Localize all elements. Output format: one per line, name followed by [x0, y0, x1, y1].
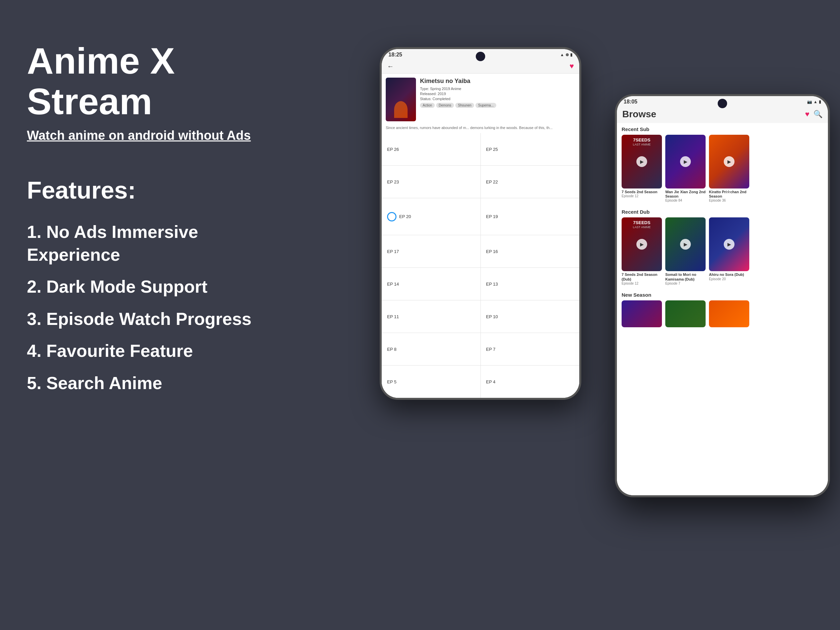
recent-dub-label: Recent Dub [617, 205, 828, 217]
detail-app-bar: ← ♥ [382, 59, 579, 74]
battery-icon: ▮ [570, 52, 573, 57]
dub-card-2-title: Somali to Mori no Kamisama (Dub) [665, 273, 706, 281]
ep-8[interactable]: EP 8 [382, 333, 480, 365]
dub-card-1[interactable]: 7SEEDS LAST ANIME ▶ 7 Seeds 2nd Season (… [622, 217, 662, 285]
ep-5[interactable]: EP 5 [382, 366, 480, 398]
recent-sub-label: Recent Sub [617, 123, 828, 135]
tag-row: Action Demons Shounen Superna... [420, 103, 575, 108]
phones-container: 18:25 ▲ ⊛ ▮ ← ♥ Kimetsu n [369, 27, 840, 615]
heart-icon[interactable]: ♥ [570, 62, 574, 71]
anime-released: Released: 2019 [420, 92, 575, 96]
recent-dub-row: 7SEEDS LAST ANIME ▶ 7 Seeds 2nd Season (… [617, 217, 828, 288]
dub-card-3[interactable]: ▶ Ahiru no Sora (Dub) Episode 20 [709, 217, 749, 285]
new-season-card-1[interactable] [622, 300, 662, 327]
recent-sub-row: 7SEEDS LAST ANIME ▶ 7 Seeds 2nd Season E… [617, 135, 828, 205]
new-season-row [617, 300, 828, 327]
ep-16[interactable]: EP 16 [481, 235, 579, 267]
sub-card-1-ep: Episode 12 [622, 194, 662, 198]
new-season-card-3[interactable] [709, 300, 749, 327]
play-btn-dub-3[interactable]: ▶ [724, 239, 734, 249]
new-season-card-2[interactable] [665, 300, 706, 327]
app-subtitle: Watch anime on android without Ads [27, 128, 269, 143]
play-btn-dub-1[interactable]: ▶ [636, 239, 647, 249]
dub-card-2-img: ▶ [665, 217, 706, 271]
anime-status: Status: Completed [420, 97, 575, 101]
sub-card-3-ep: Episode 36 [709, 199, 749, 202]
dub-card-1-img: 7SEEDS LAST ANIME ▶ [622, 217, 662, 271]
sub-card-1-img: 7SEEDS LAST ANIME ▶ [622, 135, 662, 188]
anime-poster [386, 77, 416, 121]
sub-card-1[interactable]: 7SEEDS LAST ANIME ▶ 7 Seeds 2nd Season E… [622, 135, 662, 202]
ep-26[interactable]: EP 26 [382, 133, 480, 165]
phone-back: 18:25 ▲ ⊛ ▮ ← ♥ Kimetsu n [380, 47, 581, 400]
features-heading: Features: [27, 177, 269, 204]
feature-item-4: 4. Favourite Feature [27, 340, 269, 363]
status-icons-front: 📷 ▲ ▮ [807, 99, 821, 104]
anime-header: Kimetsu no Yaiba Type: Spring 2019 Anime… [382, 74, 579, 125]
app-title: Anime X Stream [27, 40, 269, 122]
feature-item-3: 3. Episode Watch Progress [27, 308, 269, 331]
status-icons-back: ▲ ⊛ ▮ [560, 52, 573, 57]
phone-front-screen: 18:05 📷 ▲ ▮ Browse ♥ 🔍 Recent Sub [617, 96, 828, 495]
ep-4[interactable]: EP 4 [481, 366, 579, 398]
play-btn-dub-2[interactable]: ▶ [680, 239, 691, 249]
dub-card-3-img: ▶ [709, 217, 749, 271]
ep-25[interactable]: EP 25 [481, 133, 579, 165]
sub-card-2[interactable]: ▶ Wan Jie Xian Zong 2nd Season Episode 8… [665, 135, 706, 202]
signal-icon-front: ▲ [813, 99, 818, 104]
tag-shounen: Shounen [455, 103, 474, 108]
ep-7[interactable]: EP 7 [481, 333, 579, 365]
ep-19[interactable]: EP 19 [481, 198, 579, 235]
browse-content: Recent Sub 7SEEDS LAST ANIME ▶ 7 Seeds 2… [617, 123, 828, 495]
episode-grid: EP 26 EP 25 EP 23 EP 22 EP 20 EP 19 EP 1… [382, 133, 579, 398]
feature-item-2: 2. Dark Mode Support [27, 276, 269, 298]
browse-search-icon[interactable]: 🔍 [813, 110, 823, 118]
back-arrow-icon[interactable]: ← [387, 63, 394, 70]
wifi-icon: ⊛ [565, 52, 569, 57]
ep-10[interactable]: EP 10 [481, 300, 579, 333]
ep-11[interactable]: EP 11 [382, 300, 480, 333]
dub-card-2-ep: Episode 7 [665, 281, 706, 285]
play-btn-sub-1[interactable]: ▶ [636, 156, 647, 167]
battery-icon-front: ▮ [819, 99, 821, 104]
ep-23[interactable]: EP 23 [382, 166, 480, 198]
browse-heart-icon[interactable]: ♥ [805, 110, 809, 118]
dub-card-1-title: 7 Seeds 2nd Season (Dub) [622, 273, 662, 281]
status-time-front: 18:05 [624, 99, 637, 105]
new-season-label: New Season [617, 289, 828, 300]
dub-card-3-ep: Episode 20 [709, 277, 749, 281]
camera-icon: 📷 [807, 99, 812, 104]
left-section: Anime X Stream Watch anime on android wi… [27, 40, 269, 404]
ep-13[interactable]: EP 13 [481, 268, 579, 300]
play-btn-sub-2[interactable]: ▶ [680, 156, 691, 167]
feature-list: 1. No Ads Immersive Experience 2. Dark M… [27, 221, 269, 395]
feature-item-5: 5. Search Anime [27, 372, 269, 395]
ep-22[interactable]: EP 22 [481, 166, 579, 198]
dub-card-1-ep: Episode 12 [622, 281, 662, 285]
browse-title-text: Browse [622, 109, 805, 120]
anime-type: Type: Spring 2019 Anime [420, 87, 575, 91]
tag-demons: Demons [436, 103, 454, 108]
anime-synopsis: Since ancient times, rumors have abounde… [382, 125, 579, 133]
ep-17[interactable]: EP 17 [382, 235, 480, 267]
phone-back-screen: 18:25 ▲ ⊛ ▮ ← ♥ Kimetsu n [382, 49, 579, 398]
sub-card-3-img: ▶ [709, 135, 749, 188]
phone-front: 18:05 📷 ▲ ▮ Browse ♥ 🔍 Recent Sub [615, 94, 830, 497]
dub-card-2[interactable]: ▶ Somali to Mori no Kamisama (Dub) Episo… [665, 217, 706, 285]
anime-info: Kimetsu no Yaiba Type: Spring 2019 Anime… [420, 77, 575, 121]
play-btn-sub-3[interactable]: ▶ [724, 156, 734, 167]
sub-card-2-img: ▶ [665, 135, 706, 188]
camera-notch-back [476, 52, 485, 61]
sub-card-3[interactable]: ▶ Kiratto Pri☆chan 2nd Season Episode 36 [709, 135, 749, 202]
ep-14[interactable]: EP 14 [382, 268, 480, 300]
sub-card-2-ep: Episode 84 [665, 199, 706, 202]
camera-notch-front [718, 99, 727, 108]
browse-title-bar: Browse ♥ 🔍 [617, 106, 828, 123]
tag-action: Action [420, 103, 435, 108]
feature-item-1: 1. No Ads Immersive Experience [27, 221, 269, 266]
detail-content: Kimetsu no Yaiba Type: Spring 2019 Anime… [382, 74, 579, 398]
ep-20[interactable]: EP 20 [382, 198, 480, 235]
tag-super: Superna... [475, 103, 496, 108]
signal-icon: ▲ [560, 52, 564, 57]
dub-card-3-title: Ahiru no Sora (Dub) [709, 273, 749, 277]
